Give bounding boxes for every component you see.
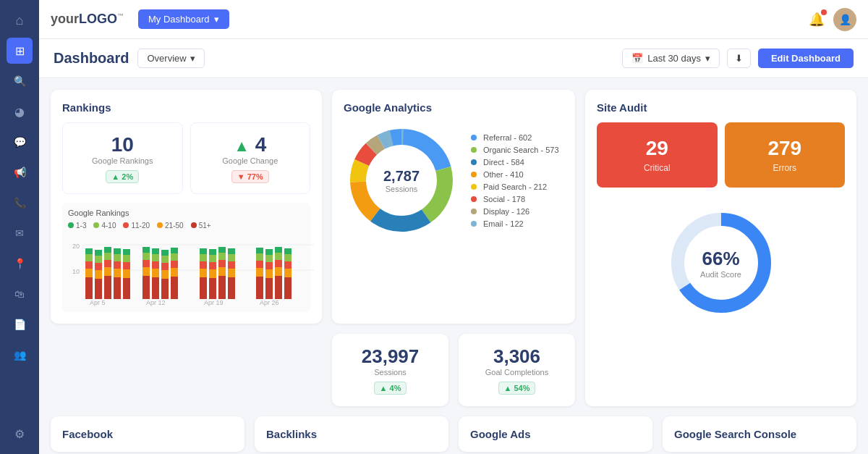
rankings-chart-area: Google Rankings 1-3 4-10 11-20 21-50 51+… bbox=[62, 203, 310, 312]
svg-rect-68 bbox=[228, 248, 235, 254]
analytics-legend: Referral - 602 Organic Search - 573 Dire… bbox=[471, 133, 559, 228]
svg-text:10: 10 bbox=[72, 268, 80, 275]
google-rankings-value: 10 bbox=[70, 133, 175, 156]
avatar[interactable]: 👤 bbox=[833, 8, 856, 31]
svg-rect-35 bbox=[152, 269, 159, 277]
legend-row-referral: Referral - 602 bbox=[471, 133, 559, 142]
content-area: Dashboard Overview ▾ 📅 Last 30 days ▾ ⬇ … bbox=[39, 39, 868, 454]
analytics-title: Google Analytics bbox=[344, 101, 563, 114]
date-range-label: Last 30 days bbox=[647, 53, 701, 64]
svg-rect-82 bbox=[275, 253, 282, 260]
sidebar-icon-home[interactable]: ⌂ bbox=[7, 7, 33, 33]
logo: yourLOGO™ bbox=[51, 12, 124, 27]
svg-rect-36 bbox=[152, 261, 159, 269]
sidebar-icon-mail[interactable]: ✉ bbox=[7, 220, 33, 246]
chart-title: Google Rankings bbox=[68, 209, 305, 217]
my-dashboard-button[interactable]: My Dashboard ▾ bbox=[138, 9, 229, 29]
google-change-box: ▲ 4 Google Change ▼ 77% bbox=[190, 122, 311, 194]
svg-rect-59 bbox=[218, 276, 226, 299]
svg-rect-66 bbox=[228, 261, 235, 269]
notification-bell-icon[interactable]: 🔔 bbox=[809, 12, 825, 28]
svg-rect-79 bbox=[275, 276, 282, 299]
svg-rect-85 bbox=[284, 269, 292, 277]
sidebar-icon-document[interactable]: 📄 bbox=[7, 311, 33, 337]
legend-11-20: 11-20 bbox=[123, 222, 150, 230]
backlinks-title: Backlinks bbox=[266, 428, 437, 440]
sidebar-icon-megaphone[interactable]: 📢 bbox=[7, 159, 33, 185]
legend-row-direct: Direct - 584 bbox=[471, 158, 559, 167]
svg-rect-42 bbox=[161, 256, 169, 263]
sub-header: Dashboard Overview ▾ 📅 Last 30 days ▾ ⬇ … bbox=[39, 39, 868, 78]
direct-label: Direct - 584 bbox=[483, 158, 524, 167]
svg-rect-23 bbox=[114, 248, 121, 254]
goals-badge: ▲ 54% bbox=[498, 382, 536, 395]
legend-row-display: Display - 126 bbox=[471, 207, 559, 216]
download-icon: ⬇ bbox=[735, 53, 743, 64]
sidebar-icon-grid[interactable]: ⊞ bbox=[7, 38, 33, 64]
svg-rect-83 bbox=[275, 247, 282, 253]
referral-label: Referral - 602 bbox=[483, 133, 532, 142]
top-bar-right: 🔔 👤 bbox=[809, 8, 856, 31]
audit-errors-label: Errors bbox=[732, 163, 838, 173]
svg-rect-49 bbox=[200, 277, 207, 299]
svg-rect-34 bbox=[152, 277, 159, 299]
svg-rect-19 bbox=[114, 277, 121, 299]
svg-rect-30 bbox=[142, 267, 150, 276]
svg-rect-56 bbox=[209, 262, 216, 269]
sidebar-icon-location[interactable]: 📍 bbox=[7, 251, 33, 277]
organic-dot bbox=[471, 147, 477, 153]
legend-21-50: 21-50 bbox=[157, 222, 184, 230]
svg-text:Apr 26: Apr 26 bbox=[260, 299, 279, 306]
svg-rect-18 bbox=[104, 247, 111, 253]
sidebar-icon-users[interactable]: 👥 bbox=[7, 342, 33, 368]
audit-donut: 66% Audit Score bbox=[663, 205, 779, 321]
audit-metrics: 29 Critical 279 Errors bbox=[597, 122, 845, 188]
main-area: yourLOGO™ My Dashboard ▾ 🔔 👤 Dashboard O… bbox=[39, 0, 868, 454]
google-change-number: 4 bbox=[255, 133, 267, 156]
search-console-card: Google Search Console bbox=[663, 416, 856, 452]
svg-rect-37 bbox=[152, 254, 159, 261]
svg-rect-31 bbox=[142, 260, 150, 267]
top-bar: yourLOGO™ My Dashboard ▾ 🔔 👤 bbox=[39, 0, 868, 39]
svg-rect-4 bbox=[85, 277, 93, 299]
svg-rect-53 bbox=[200, 248, 207, 254]
edit-dashboard-button[interactable]: Edit Dashboard bbox=[758, 49, 854, 68]
svg-rect-88 bbox=[284, 248, 292, 254]
sidebar-icon-settings[interactable]: ⚙ bbox=[7, 421, 33, 447]
donut-value: 2,787 bbox=[383, 168, 420, 185]
direct-dot bbox=[471, 159, 477, 165]
sidebar-icon-shopping[interactable]: 🛍 bbox=[7, 281, 33, 307]
overview-button[interactable]: Overview ▾ bbox=[137, 49, 204, 68]
svg-rect-9 bbox=[95, 279, 102, 299]
svg-rect-74 bbox=[265, 278, 273, 299]
audit-title: Site Audit bbox=[597, 101, 845, 114]
sidebar-icon-phone[interactable]: 📞 bbox=[7, 190, 33, 216]
svg-rect-28 bbox=[123, 249, 130, 255]
sidebar-icon-search[interactable]: 🔍 bbox=[7, 68, 33, 94]
email-dot bbox=[471, 221, 477, 227]
audit-score-wrap: 66% Audit Score bbox=[597, 198, 845, 321]
calendar-icon: 📅 bbox=[631, 53, 643, 64]
svg-rect-51 bbox=[200, 261, 207, 269]
svg-rect-81 bbox=[275, 260, 282, 267]
date-range-button[interactable]: 📅 Last 30 days ▾ bbox=[622, 49, 720, 68]
svg-rect-17 bbox=[104, 253, 111, 260]
svg-rect-41 bbox=[161, 263, 169, 270]
rankings-card: Rankings 10 Google Rankings ▲ 2% ▲ 4 Goo… bbox=[51, 90, 322, 324]
rankings-title: Rankings bbox=[62, 101, 310, 114]
svg-rect-63 bbox=[218, 247, 226, 253]
legend-row-social: Social - 178 bbox=[471, 195, 559, 203]
svg-rect-16 bbox=[104, 260, 111, 267]
sidebar-icon-chart[interactable]: ◕ bbox=[7, 98, 33, 125]
svg-rect-75 bbox=[265, 269, 273, 278]
svg-rect-76 bbox=[265, 262, 273, 269]
other-label: Other - 410 bbox=[483, 170, 524, 179]
sidebar-icon-chat[interactable]: 💬 bbox=[7, 129, 33, 155]
my-dashboard-label: My Dashboard bbox=[148, 14, 210, 25]
svg-rect-24 bbox=[123, 278, 130, 299]
dashboard-grid: Rankings 10 Google Rankings ▲ 2% ▲ 4 Goo… bbox=[39, 78, 868, 454]
svg-rect-46 bbox=[171, 261, 178, 268]
svg-rect-22 bbox=[114, 254, 121, 261]
download-button[interactable]: ⬇ bbox=[727, 49, 751, 68]
social-label: Social - 178 bbox=[483, 195, 525, 203]
